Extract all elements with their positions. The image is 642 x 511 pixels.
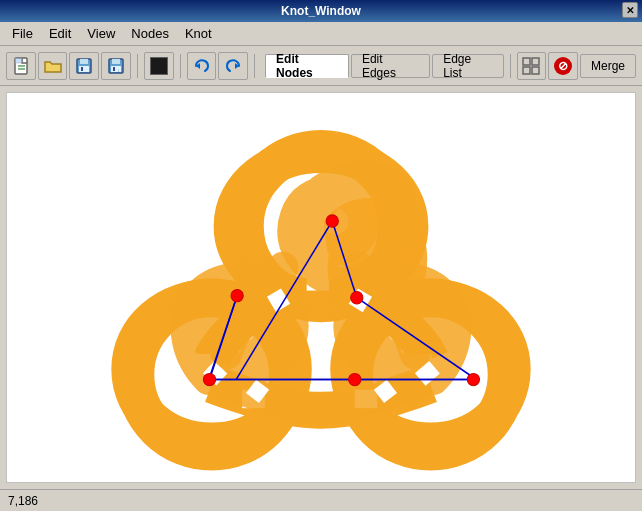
svg-point-45 [351,292,363,304]
tab-edge-list[interactable]: Edge List [432,54,503,78]
knot-transform-button[interactable] [517,52,547,80]
menu-nodes[interactable]: Nodes [123,24,177,43]
tab-edit-nodes[interactable]: Edit Nodes [265,54,349,78]
menu-bar: File Edit View Nodes Knot [0,22,642,46]
redo-button[interactable] [218,52,248,80]
svg-rect-10 [112,59,120,64]
svg-point-43 [326,215,338,227]
separator-3 [254,54,255,78]
close-button[interactable]: ✕ [622,2,638,18]
menu-view[interactable]: View [79,24,123,43]
svg-rect-7 [79,66,89,72]
svg-point-46 [203,373,215,385]
open-button[interactable] [38,52,68,80]
menu-knot[interactable]: Knot [177,24,220,43]
svg-rect-12 [113,67,115,71]
status-bar: 7,186 [0,489,642,511]
color-swatch-button[interactable] [144,52,174,80]
tab-bar: Edit Nodes Edit Edges Edge List [265,54,503,78]
svg-point-47 [349,373,361,385]
tab-edit-edges[interactable]: Edit Edges [351,54,430,78]
separator-4 [510,54,511,78]
svg-line-34 [420,367,434,379]
svg-point-44 [231,290,243,302]
save-as-button[interactable]: ↓ [101,52,131,80]
svg-rect-18 [523,67,530,74]
save-button[interactable] [69,52,99,80]
separator-1 [137,54,138,78]
svg-rect-6 [80,59,88,64]
svg-line-32 [252,385,262,398]
canvas-area [6,92,636,483]
svg-point-48 [467,373,479,385]
merge-button[interactable]: Merge [580,54,636,78]
menu-edit[interactable]: Edit [41,24,79,43]
status-coords: 7,186 [8,494,38,508]
separator-2 [180,54,181,78]
svg-line-33 [380,385,390,398]
svg-rect-17 [532,58,539,65]
svg-text:↓: ↓ [117,68,120,74]
svg-rect-19 [532,67,539,74]
svg-rect-8 [81,67,83,71]
menu-file[interactable]: File [4,24,41,43]
title-bar: Knot_Window ✕ [0,0,642,22]
svg-rect-2 [15,58,22,63]
new-button[interactable] [6,52,36,80]
stop-button[interactable]: ⊘ [548,52,578,80]
undo-button[interactable] [187,52,217,80]
svg-rect-16 [523,58,530,65]
window-title: Knot_Window [281,4,361,18]
toolbar: ↓ Edit Nodes Edit Edges Edge List [0,46,642,86]
